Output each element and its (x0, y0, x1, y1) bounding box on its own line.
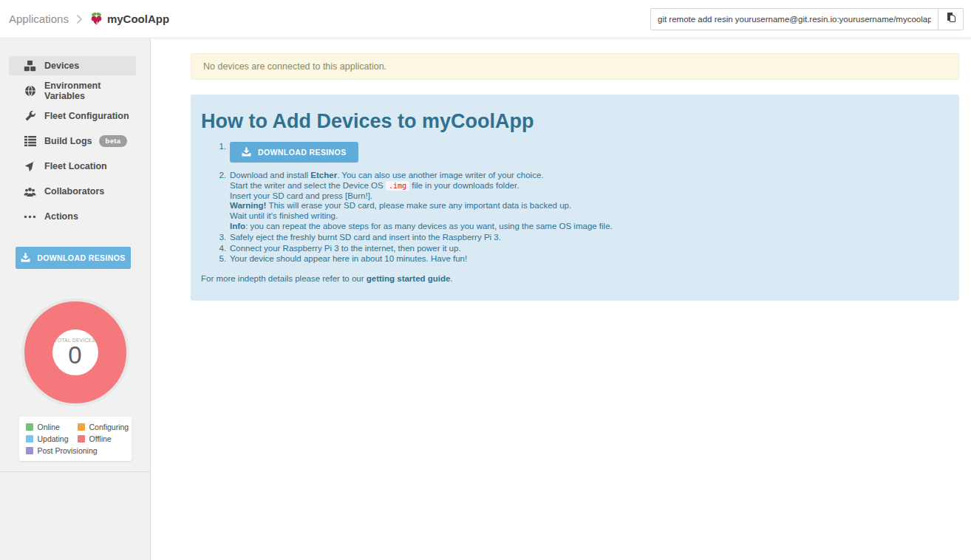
download-resinos-guide-button[interactable]: DOWNLOAD RESINOS (230, 142, 358, 163)
guide-step: 3.Safely eject the freshly burnt SD card… (201, 233, 947, 243)
guide-footer: For more indepth details please refer to… (201, 274, 947, 283)
legend-label: Updating (38, 434, 69, 443)
sidebar-item-label: Fleet Location (44, 161, 107, 171)
people-icon (24, 185, 36, 198)
legend-swatch (26, 447, 33, 454)
sidebar-item-build-logs[interactable]: Build Logsbeta (9, 132, 136, 151)
step-line: Info: you can repeat the above steps for… (230, 222, 613, 232)
download-resinos-label: DOWNLOAD RESINOS (37, 253, 126, 262)
inline-text: Connect your Raspberry Pi 3 to the inter… (230, 244, 461, 253)
devices-donut: TOTAL DEVICES 0 (21, 298, 129, 406)
download-resinos-label: DOWNLOAD RESINOS (258, 148, 347, 157)
legend-swatch (26, 423, 33, 431)
guide-step: 4.Connect your Raspberry Pi 3 to the int… (201, 244, 947, 254)
step-line: Download and install Etcher. You can als… (230, 171, 613, 181)
chevron-right-icon (76, 14, 83, 24)
legend-label: Offline (89, 434, 112, 443)
device-summary-chart: TOTAL DEVICES 0 OnlineConfiguringUpdatin… (0, 298, 150, 461)
legend-swatch (26, 435, 33, 443)
total-devices-value: 0 (68, 344, 81, 367)
step-number: 2. (201, 171, 230, 232)
copy-git-remote-button[interactable] (938, 8, 964, 30)
step-line: Warning! This will erase your SD card, p… (230, 201, 613, 211)
download-icon (21, 253, 30, 264)
inline-text: Wait until it's finished writing. (230, 211, 338, 220)
sidebar-item-label: Environment Variables (44, 81, 132, 101)
inline-text: For more indepth details please refer to… (201, 274, 367, 283)
step-line: Connect your Raspberry Pi 3 to the inter… (230, 244, 461, 254)
main-content: No devices are connected to this applica… (151, 38, 971, 560)
step-content: Your device should appear here in about … (230, 254, 467, 264)
legend-item-offline: Offline (78, 434, 129, 443)
step-content: Connect your Raspberry Pi 3 to the inter… (230, 244, 461, 254)
inline-text: : you can repeat the above steps for as … (245, 222, 613, 231)
top-bar: Applications myCoolApp (0, 0, 971, 38)
legend-item-online: Online (26, 423, 78, 431)
step-content: Download and install Etcher. You can als… (230, 171, 613, 232)
inline-link[interactable]: Etcher (310, 171, 337, 180)
inline-bold: Info (230, 222, 245, 231)
wrench-icon (24, 110, 36, 123)
ellipsis-icon (24, 211, 36, 223)
guide-title: How to Add Devices to myCoolApp (201, 110, 947, 133)
app-name: myCoolApp (107, 13, 169, 25)
step-line: Insert your SD card and press [Burn!]. (230, 191, 613, 202)
inline-text: . (450, 274, 452, 283)
inline-bold: Warning! (230, 201, 266, 210)
sidebar-item-label: Collaborators (44, 186, 104, 197)
breadcrumb-applications-link[interactable]: Applications (9, 13, 69, 25)
add-devices-guide-panel: How to Add Devices to myCoolApp 1.DOWNLO… (191, 95, 959, 301)
legend-swatch (78, 423, 85, 431)
sidebar-item-label: Devices (44, 61, 79, 71)
sidebar-item-label: Build Logs (44, 136, 92, 146)
legend-item-updating: Updating (26, 434, 78, 443)
inline-text: file in your downloads folder. (409, 181, 519, 190)
sidebar-item-fleet-location[interactable]: Fleet Location (9, 157, 136, 176)
inline-text: Start the writer and select the Device O… (230, 181, 386, 190)
guide-step: 5.Your device should appear here in abou… (201, 254, 947, 264)
sidebar-item-fleet-configuration[interactable]: Fleet Configuration (9, 106, 136, 126)
step-number: 4. (201, 244, 230, 254)
step-content: Safely eject the freshly burnt SD card a… (230, 233, 501, 243)
git-remote-group (650, 8, 964, 30)
git-remote-input[interactable] (650, 8, 938, 30)
legend-label: Post Provisioning (38, 446, 98, 455)
inline-text: . You can also use another image writer … (337, 171, 543, 180)
step-number: 5. (201, 254, 230, 264)
no-devices-alert: No devices are connected to this applica… (191, 53, 959, 80)
step-number: 1. (201, 142, 230, 163)
inline-code: .img (386, 181, 409, 191)
inline-text: Safely eject the freshly burnt SD card a… (230, 233, 501, 242)
copy-icon (945, 12, 957, 26)
sidebar: DevicesEnvironment VariablesFleet Config… (0, 38, 151, 560)
legend-label: Online (38, 423, 60, 431)
inline-text: Your device should appear here in about … (230, 254, 467, 263)
sidebar-item-environment-variables[interactable]: Environment Variables (9, 81, 136, 100)
download-resinos-sidebar-button[interactable]: DOWNLOAD RESINOS (16, 247, 131, 269)
sidebar-nav: DevicesEnvironment VariablesFleet Config… (0, 56, 150, 226)
guide-step: 2.Download and install Etcher. You can a… (201, 171, 947, 232)
beta-badge: beta (99, 135, 128, 147)
download-icon (242, 147, 251, 158)
sidebar-item-devices[interactable]: Devices (9, 56, 136, 75)
inline-text: This will erase your SD card, please mak… (266, 201, 571, 210)
globe-icon (24, 85, 36, 98)
sidebar-item-collaborators[interactable]: Collaborators (9, 182, 136, 201)
raspberry-pi-icon (90, 12, 103, 26)
sidebar-item-label: Fleet Configuration (44, 111, 129, 121)
step-line: Safely eject the freshly burnt SD card a… (230, 233, 501, 243)
breadcrumb: Applications myCoolApp (9, 12, 169, 26)
step-line: Wait until it's finished writing. (230, 211, 613, 222)
step-line: Start the writer and select the Device O… (230, 181, 613, 191)
guide-step: 1.DOWNLOAD RESINOS (201, 142, 947, 163)
step-content: DOWNLOAD RESINOS (230, 142, 358, 163)
legend-label: Configuring (89, 423, 129, 431)
legend-item-configuring: Configuring (78, 423, 129, 431)
devices-icon (24, 60, 36, 72)
inline-text: Download and install (230, 171, 310, 180)
inline-text: Insert your SD card and press [Burn!]. (230, 191, 372, 200)
inline-link[interactable]: getting started guide (367, 274, 451, 283)
legend-item-post-provisioning: Post Provisioning (26, 446, 78, 455)
legend-swatch (78, 435, 85, 443)
sidebar-item-actions[interactable]: Actions (9, 207, 136, 226)
